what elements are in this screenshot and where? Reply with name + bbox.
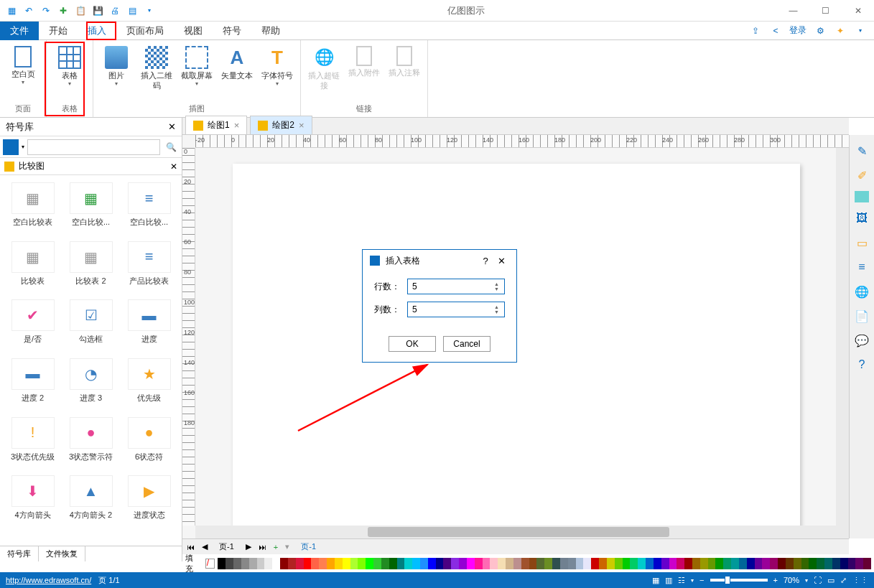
close-button[interactable]: ✕ [842,0,874,22]
globe-tool-icon[interactable]: 🌐 [853,283,870,300]
search-icon[interactable]: 🔍 [163,139,179,155]
color-swatch[interactable] [638,558,646,569]
fill-tool-icon[interactable] [855,191,869,202]
undo-icon[interactable]: ↶ [23,5,34,17]
prev-page-icon[interactable]: ◀ [202,542,208,551]
color-swatch[interactable] [794,558,801,569]
color-swatch[interactable] [280,558,288,569]
color-swatch[interactable] [755,558,763,569]
last-page-icon[interactable]: ⏭ [259,543,266,551]
color-swatch[interactable] [576,558,584,569]
qrcode-button[interactable]: 插入二维码 [138,45,175,92]
color-swatch[interactable] [272,558,280,569]
library-icon[interactable] [3,139,19,155]
color-swatch[interactable] [366,558,373,569]
color-swatch[interactable] [264,558,272,569]
color-swatch[interactable] [373,558,381,569]
dialog-close-icon[interactable]: ✕ [493,256,509,266]
redo-icon[interactable]: ↷ [40,5,52,17]
status-url[interactable]: http://www.edrawsoft.cn/ [6,576,91,584]
maximize-button[interactable]: ☐ [809,0,842,22]
symbol-item[interactable]: ▬进度 [121,297,177,354]
color-swatch[interactable] [420,558,428,569]
color-swatch[interactable] [233,558,241,569]
image-tool-icon[interactable]: 🖼 [853,210,870,227]
gear-icon[interactable]: ⚙ [814,24,827,37]
color-swatch[interactable] [498,558,506,569]
symbol-item[interactable]: ▶进度状态 [121,472,177,530]
color-swatch[interactable] [684,558,692,569]
note-tool-icon[interactable]: 📄 [853,307,870,325]
color-swatch[interactable] [747,558,755,569]
color-swatch[interactable] [715,558,723,569]
login-link[interactable]: 登录 [789,24,806,37]
color-swatch[interactable] [692,558,700,569]
screenshot-button[interactable]: 截取屏幕 ▾ [178,45,215,88]
font-symbol-button[interactable]: T 字体符号 ▾ [259,45,296,88]
fullscreen-icon[interactable]: ⤢ [840,576,847,585]
color-swatch[interactable] [677,558,684,569]
color-swatch[interactable] [654,558,661,569]
print-icon[interactable]: 🖨 [109,5,121,17]
vector-text-button[interactable]: A 矢量文本 [218,45,256,82]
menu-help[interactable]: 帮助 [251,22,290,40]
edit-tool-icon[interactable]: ✐ [853,167,870,184]
color-swatch[interactable] [443,558,451,569]
menu-file[interactable]: 文件 [0,22,39,40]
color-swatch[interactable] [848,558,856,569]
add-page-icon[interactable]: + [274,543,278,551]
color-swatch[interactable] [218,558,226,569]
symbol-item[interactable]: ✔是/否 [4,297,61,354]
pen-tool-icon[interactable]: ✎ [853,142,870,159]
share2-icon[interactable]: < [769,24,782,37]
color-swatch[interactable] [529,558,537,569]
color-swatch[interactable] [521,558,529,569]
cols-input[interactable]: 5 ▲▼ [407,302,505,317]
color-swatch[interactable] [840,558,848,569]
picture-button[interactable]: 图片 ▾ [98,45,135,88]
lib-dropdown-icon[interactable]: ▾ [22,144,24,150]
color-swatch[interactable] [786,558,794,569]
color-swatch[interactable] [778,558,786,569]
minimize-button[interactable]: — [777,0,809,22]
color-swatch[interactable] [599,558,607,569]
fit-width-icon[interactable]: ▭ [827,576,835,585]
help-tool-icon[interactable]: ? [853,356,870,373]
zoom-slider[interactable] [710,579,768,582]
share-icon[interactable]: ⇪ [749,24,762,37]
color-swatch[interactable] [544,558,552,569]
category-close-icon[interactable]: ✕ [170,162,177,172]
color-swatch[interactable] [607,558,615,569]
color-swatch[interactable] [506,558,513,569]
save-icon[interactable]: 💾 [92,5,103,17]
symbol-item[interactable]: ▦空白比较表 [4,179,61,237]
blank-page-button[interactable]: 空白页 ▾ [4,45,42,87]
color-swatch[interactable] [436,558,444,569]
color-swatch[interactable] [288,558,296,569]
color-swatch[interactable] [428,558,436,569]
color-swatch[interactable] [731,558,739,569]
symbol-item[interactable]: ▲4方向箭头 2 [62,472,119,530]
color-swatch[interactable] [397,558,405,569]
color-swatch[interactable] [350,558,358,569]
symbol-item[interactable]: !3状态优先级 [4,414,61,472]
dialog-help-icon[interactable]: ? [478,256,493,266]
layer-tool-icon[interactable]: ▭ [853,234,870,251]
color-swatch[interactable] [467,558,475,569]
logo-icon[interactable]: ✦ [834,24,847,37]
color-swatch[interactable] [311,558,319,569]
symbol-item[interactable]: ≡产品比较表 [121,238,177,296]
search-input[interactable] [27,139,160,155]
cancel-button[interactable]: Cancel [443,336,491,352]
menu-view[interactable]: 视图 [174,22,213,40]
color-swatch[interactable] [343,558,350,569]
paste-icon[interactable]: 📋 [75,5,86,17]
menu-insert[interactable]: 插入 [78,22,116,40]
color-swatch[interactable] [483,558,491,569]
menu-pagelayout[interactable]: 页面布局 [116,22,174,40]
hyperlink-button[interactable]: 🌐 插入超链接 [305,45,343,92]
color-swatch[interactable] [358,558,366,569]
color-swatch[interactable] [327,558,335,569]
first-page-icon[interactable]: ⏮ [187,543,195,551]
color-swatch[interactable] [615,558,623,569]
